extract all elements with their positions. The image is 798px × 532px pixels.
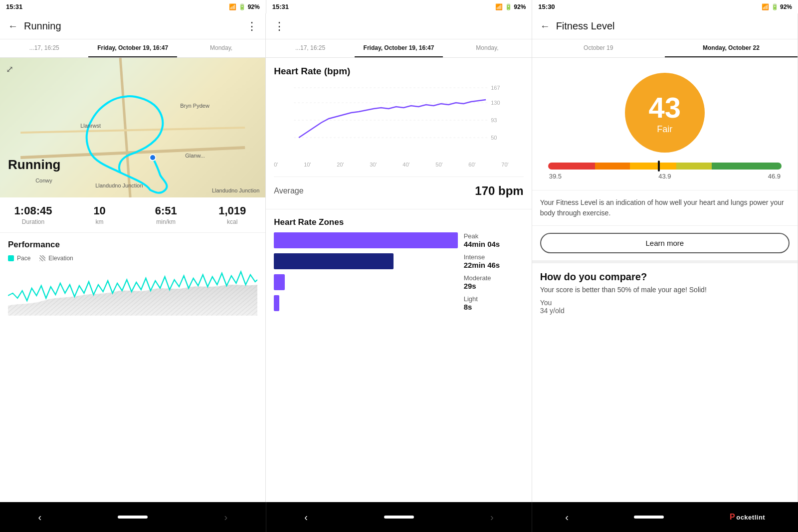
zone-moderate-info: Moderate 29s [464, 274, 524, 290]
pace-dot [8, 255, 14, 261]
pace-label: Pace [17, 255, 30, 262]
fitness-score: 43 [649, 91, 681, 124]
zone-light-info: Light 8s [464, 295, 524, 311]
svg-line-2 [20, 128, 245, 133]
signal-icon-3: 📶 [762, 3, 769, 10]
legend-elevation: Elevation [39, 255, 73, 262]
fitness-date-tabs[interactable]: October 19 Monday, October 22 [532, 39, 798, 58]
running-header: ← Running ⋮ [0, 13, 265, 39]
nav-home-2[interactable] [384, 516, 414, 519]
zone-light: Light 8s [274, 295, 523, 311]
average-label: Average [274, 186, 303, 195]
svg-text:Glanw...: Glanw... [185, 153, 205, 159]
hr-date-tabs[interactable]: ...17, 16:25 Friday, October 19, 16:47 M… [266, 39, 531, 58]
stat-distance-value: 10 [66, 204, 133, 217]
stat-kcal: 1,019 kcal [199, 204, 265, 225]
panel-running: ← Running ⋮ ...17, 16:25 Friday, October… [0, 13, 266, 502]
stat-pace: 6:51 min/km [133, 204, 199, 225]
date-tab-1-next[interactable]: Monday, [177, 39, 265, 57]
back-button-1[interactable]: ← [8, 20, 18, 32]
scale-max: 46.9 [768, 173, 781, 180]
fitness-scale-bar [548, 163, 782, 170]
zone-moderate-bar [274, 274, 285, 290]
fitness-date-tab-prev[interactable]: October 19 [532, 39, 665, 57]
age-label: 34 y/old [540, 307, 565, 315]
date-tab-1-prev[interactable]: ...17, 16:25 [0, 39, 88, 57]
hr-date-tab-active[interactable]: Friday, October 19, 16:47 [355, 39, 443, 57]
svg-text:50: 50 [491, 135, 497, 141]
zone-light-name: Light [464, 295, 524, 303]
average-row: Average 170 bpm [274, 177, 523, 205]
more-button-2[interactable]: ⋮ [274, 20, 285, 33]
zone-light-time: 8s [464, 303, 524, 311]
heart-rate-chart: 167 130 93 50 0' 10' 20' 30' 40' 50' 60'… [274, 83, 523, 173]
stat-kcal-value: 1,019 [199, 204, 265, 217]
map-running-label: Running [8, 157, 60, 173]
hr-time-labels: 0' 10' 20' 30' 40' 50' 60' 70' [274, 162, 523, 168]
time-10: 10' [304, 162, 311, 168]
stat-distance: 10 km [66, 204, 133, 225]
stat-duration: 1:08:45 Duration [0, 204, 66, 225]
svg-text:Llanrwst: Llanrwst [80, 123, 101, 129]
expand-icon[interactable]: ⤢ [6, 64, 13, 75]
svg-text:Llandudno Junction: Llandudno Junction [95, 182, 143, 188]
battery-icon-1: 🔋 92% [238, 3, 259, 10]
scale-bar-container: 39.5 43.9 46.9 [540, 158, 790, 180]
bottom-nav-panel2: ‹ › [266, 502, 533, 532]
date-tab-1-active[interactable]: Friday, October 19, 16:47 [88, 39, 177, 57]
zone-moderate: Moderate 29s [274, 274, 523, 290]
legend-pace: Pace [8, 255, 30, 262]
back-button-3[interactable]: ← [540, 20, 550, 32]
map-route-svg: Llanrwst Bryn Pydew Conwy Llandudno Junc… [0, 58, 265, 197]
nav-back-3[interactable]: ‹ [565, 512, 569, 523]
svg-text:Conwy: Conwy [35, 177, 52, 183]
nav-forward-1[interactable]: › [224, 512, 227, 523]
nav-forward-2[interactable]: › [490, 512, 494, 523]
compare-section: How do you compare? Your score is better… [532, 263, 798, 323]
fitness-description: Your Fitness Level is an indication of h… [532, 190, 798, 226]
pocketlint-text: ocketlint [736, 514, 765, 521]
heart-rate-title: Heart Rate (bpm) [274, 66, 523, 77]
heart-rate-chart-section: Heart Rate (bpm) 167 130 93 50 [266, 58, 531, 209]
performance-legend: Pace Elevation [8, 255, 257, 262]
zone-peak-time: 44min 04s [464, 240, 524, 248]
zone-intense-name: Intense [464, 253, 524, 261]
nav-back-2[interactable]: ‹ [304, 512, 308, 523]
time-60: 60' [468, 162, 475, 168]
hr-date-tab-prev[interactable]: ...17, 16:25 [266, 39, 354, 57]
running-stats: 1:08:45 Duration 10 km 6:51 min/km 1,019… [0, 197, 265, 233]
learn-more-button[interactable]: Learn more [540, 233, 790, 253]
time-3: 15:30 [538, 3, 555, 10]
zone-peak-name: Peak [464, 232, 524, 240]
nav-home-3[interactable] [634, 516, 664, 519]
compare-title: How do you compare? [540, 271, 790, 283]
hr-date-tab-next[interactable]: Monday, [443, 39, 531, 57]
fitness-date-tab-active[interactable]: Monday, October 22 [665, 39, 798, 57]
status-icons-2: 📶 🔋 92% [495, 3, 526, 10]
zone-peak: Peak 44min 04s [274, 232, 523, 248]
signal-icon-2: 📶 [495, 3, 503, 10]
panel-fitness: ← Fitness Level October 19 Monday, Octob… [532, 13, 798, 502]
compare-description: Your score is better than 50% of male yo… [540, 286, 790, 294]
elevation-dot [39, 255, 45, 261]
nav-back-1[interactable]: ‹ [38, 512, 42, 523]
more-button-1[interactable]: ⋮ [246, 20, 257, 33]
zone-intense: Intense 22min 46s [274, 253, 523, 269]
svg-point-8 [150, 155, 156, 161]
status-bar-panel3: 15:30 📶 🔋 92% [532, 0, 798, 13]
zone-peak-info: Peak 44min 04s [464, 232, 524, 248]
panel-heart-rate: ⋮ ...17, 16:25 Friday, October 19, 16:47… [266, 13, 532, 502]
time-40: 40' [402, 162, 409, 168]
fitness-header: ← Fitness Level [532, 13, 798, 39]
nav-home-1[interactable] [118, 516, 148, 519]
fitness-scale-marker [658, 161, 660, 172]
stat-kcal-label: kcal [199, 218, 265, 225]
heart-rate-zones: Heart Rate Zones Peak 44min 04s Intense [266, 209, 531, 324]
map-location-label: Llandudno Junction [212, 187, 259, 193]
zone-moderate-name: Moderate [464, 274, 524, 282]
you-label: You [540, 299, 552, 307]
svg-text:167: 167 [491, 85, 500, 91]
running-date-tabs[interactable]: ...17, 16:25 Friday, October 19, 16:47 M… [0, 39, 265, 58]
zone-moderate-bar-container [274, 274, 457, 290]
performance-chart [8, 266, 257, 316]
